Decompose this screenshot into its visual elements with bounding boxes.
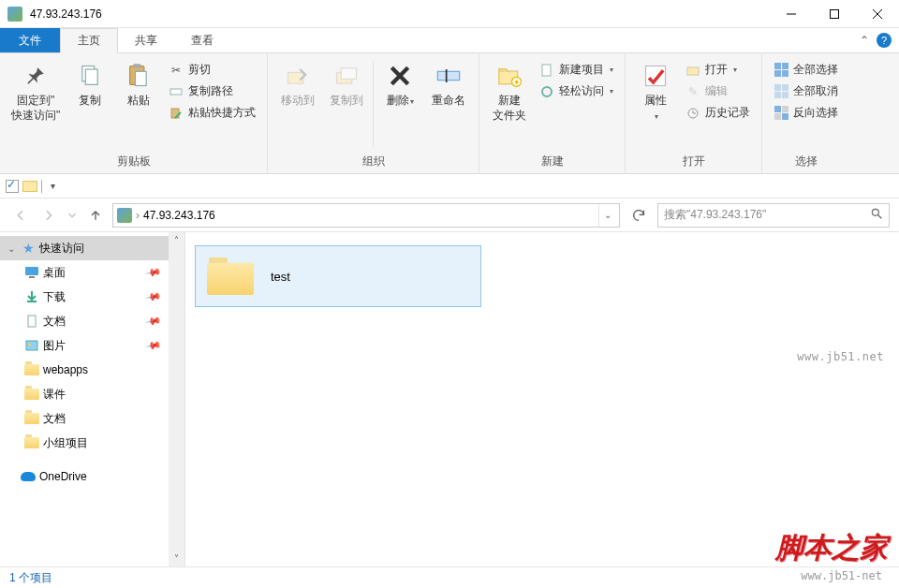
- pictures-icon: [24, 338, 39, 353]
- title-bar: 47.93.243.176: [0, 0, 899, 28]
- delete-label: 删除▾: [387, 93, 414, 108]
- address-icon: [117, 208, 132, 223]
- cut-button[interactable]: ✂剪切: [167, 61, 258, 79]
- paste-shortcut-icon: [169, 106, 184, 121]
- search-placeholder: 搜索"47.93.243.176": [664, 207, 766, 223]
- svg-line-25: [878, 215, 882, 219]
- copy-path-icon: [169, 84, 184, 99]
- quick-dropdown-icon[interactable]: ▾: [51, 181, 55, 191]
- tree-onedrive[interactable]: OneDrive: [0, 464, 184, 489]
- ribbon-tabs: 文件 主页 共享 查看 ⌃ ?: [0, 28, 899, 53]
- status-text: 1 个项目: [9, 570, 52, 586]
- tree-courseware[interactable]: 课件: [0, 382, 184, 406]
- select-checkbox[interactable]: [6, 180, 19, 193]
- address-dropdown-icon[interactable]: ⌄: [598, 204, 615, 227]
- paste-button[interactable]: 粘贴: [114, 57, 163, 111]
- svg-rect-26: [25, 267, 38, 275]
- tree-documents2[interactable]: 文档: [0, 406, 184, 431]
- search-box[interactable]: 搜索"47.93.243.176": [657, 203, 890, 228]
- folder-item-test[interactable]: test: [195, 245, 481, 307]
- forward-button[interactable]: [37, 204, 60, 227]
- folder-label: test: [271, 270, 290, 284]
- breadcrumb-sep-icon[interactable]: ›: [136, 209, 140, 222]
- history-icon: [685, 106, 700, 121]
- svg-rect-30: [26, 341, 37, 350]
- tab-view[interactable]: 查看: [174, 28, 230, 52]
- svg-rect-5: [86, 69, 98, 84]
- onedrive-icon: [21, 469, 36, 484]
- new-folder-button[interactable]: ✦ 新建 文件夹: [485, 57, 534, 126]
- delete-button[interactable]: 删除▾: [376, 57, 424, 111]
- group-organize: 移动到 复制到 删除▾ 重命名 组织: [268, 53, 479, 173]
- status-bar: 1 个项目: [0, 566, 899, 588]
- open-button-small[interactable]: 打开▾: [684, 61, 752, 79]
- group-new-label: 新建: [485, 152, 619, 171]
- select-all-button[interactable]: 全部选择: [772, 61, 840, 79]
- copy-to-button[interactable]: 复制到: [322, 57, 371, 111]
- tree-webapps[interactable]: webapps: [0, 358, 184, 382]
- collapse-ribbon-icon[interactable]: ⌃: [860, 34, 869, 47]
- close-button[interactable]: [856, 0, 899, 28]
- tab-home[interactable]: 主页: [60, 28, 118, 53]
- pin-icon: [21, 61, 51, 91]
- pin-quick-access-button[interactable]: 固定到" 快速访问": [6, 57, 66, 126]
- search-icon[interactable]: [870, 207, 883, 223]
- move-to-button[interactable]: 移动到: [273, 57, 322, 111]
- svg-rect-22: [687, 67, 699, 75]
- tree-desktop[interactable]: 桌面📌: [0, 260, 184, 285]
- tree-documents[interactable]: 文档📌: [0, 309, 184, 333]
- recent-dropdown[interactable]: [66, 204, 79, 227]
- maximize-button[interactable]: [813, 0, 856, 28]
- paste-shortcut-button[interactable]: 粘贴快捷方式: [167, 104, 258, 122]
- address-path[interactable]: 47.93.243.176: [143, 209, 215, 222]
- svg-rect-19: [542, 65, 551, 76]
- copy-button[interactable]: 复制: [66, 57, 114, 111]
- tab-share[interactable]: 共享: [118, 28, 174, 52]
- back-button[interactable]: [9, 204, 32, 227]
- properties-button[interactable]: 属性▾: [631, 57, 680, 126]
- folder-icon: [24, 362, 39, 377]
- paste-label: 粘贴: [127, 93, 150, 108]
- tab-file[interactable]: 文件: [0, 28, 60, 52]
- nav-bar: › 47.93.243.176 ⌄ 搜索"47.93.243.176": [0, 198, 899, 232]
- group-organize-label: 组织: [273, 152, 473, 171]
- documents-icon: [24, 314, 39, 329]
- group-select-label: 选择: [768, 152, 844, 171]
- chevron-down-icon[interactable]: ⌄: [6, 243, 17, 254]
- minimize-button[interactable]: [770, 0, 813, 28]
- group-clipboard-label: 剪贴板: [6, 152, 261, 171]
- downloads-icon: [24, 289, 39, 304]
- app-icon: [7, 7, 22, 22]
- pin-icon: 📌: [145, 264, 163, 282]
- up-button[interactable]: [84, 204, 107, 227]
- refresh-button[interactable]: [626, 203, 652, 228]
- svg-rect-14: [438, 71, 460, 80]
- tree-pictures[interactable]: 图片📌: [0, 333, 184, 358]
- history-button[interactable]: 历史记录: [684, 104, 752, 122]
- desktop-icon: [24, 265, 39, 280]
- pin-icon: 📌: [145, 288, 163, 306]
- file-list[interactable]: test: [185, 232, 899, 566]
- select-none-button[interactable]: 全部取消: [772, 82, 840, 100]
- svg-rect-27: [29, 276, 35, 278]
- tree-group-project[interactable]: 小组项目: [0, 431, 184, 455]
- svg-rect-1: [831, 9, 839, 18]
- scroll-up-icon[interactable]: ˄: [169, 232, 184, 248]
- edit-button[interactable]: ✎编辑: [684, 82, 752, 100]
- move-to-icon: [283, 61, 313, 91]
- scroll-down-icon[interactable]: ˅: [169, 551, 184, 566]
- svg-text:✦: ✦: [513, 78, 521, 87]
- address-bar[interactable]: › 47.93.243.176 ⌄: [112, 203, 620, 228]
- tree-downloads[interactable]: 下载📌: [0, 285, 184, 309]
- group-clipboard: 固定到" 快速访问" 复制 粘贴 ✂剪切 复制路径 粘贴快捷方式 剪贴板: [0, 53, 268, 173]
- easy-access-button[interactable]: 轻松访问▾: [538, 82, 615, 100]
- invert-selection-button[interactable]: 反向选择: [772, 104, 840, 122]
- copy-path-button[interactable]: 复制路径: [167, 82, 258, 100]
- tree-quick-access[interactable]: ⌄ ★ 快速访问: [0, 236, 184, 260]
- help-icon[interactable]: ?: [877, 33, 892, 48]
- pin-icon: 📌: [145, 337, 163, 355]
- svg-rect-21: [646, 66, 666, 86]
- tree-scrollbar[interactable]: ˄ ˅: [169, 232, 184, 566]
- new-item-button[interactable]: 新建项目▾: [538, 61, 615, 79]
- rename-button[interactable]: 重命名: [424, 57, 473, 111]
